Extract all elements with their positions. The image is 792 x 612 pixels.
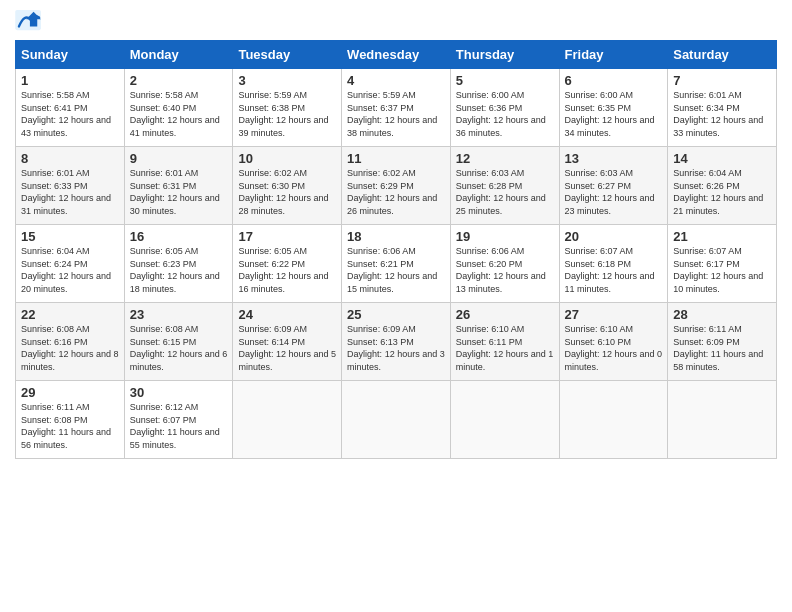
table-row: 6Sunrise: 6:00 AMSunset: 6:35 PMDaylight… [559,69,668,147]
table-row: 7Sunrise: 6:01 AMSunset: 6:34 PMDaylight… [668,69,777,147]
table-row: 26Sunrise: 6:10 AMSunset: 6:11 PMDayligh… [450,303,559,381]
table-row: 10Sunrise: 6:02 AMSunset: 6:30 PMDayligh… [233,147,342,225]
day-number: 28 [673,307,771,322]
col-sunday: Sunday [16,41,125,69]
day-info: Sunrise: 6:11 AMSunset: 6:09 PMDaylight:… [673,323,771,373]
day-number: 1 [21,73,119,88]
day-info: Sunrise: 5:59 AMSunset: 6:37 PMDaylight:… [347,89,445,139]
table-row: 12Sunrise: 6:03 AMSunset: 6:28 PMDayligh… [450,147,559,225]
table-row: 16Sunrise: 6:05 AMSunset: 6:23 PMDayligh… [124,225,233,303]
table-row: 27Sunrise: 6:10 AMSunset: 6:10 PMDayligh… [559,303,668,381]
day-number: 12 [456,151,554,166]
day-number: 17 [238,229,336,244]
calendar-table: Sunday Monday Tuesday Wednesday Thursday… [15,40,777,459]
table-row: 25Sunrise: 6:09 AMSunset: 6:13 PMDayligh… [342,303,451,381]
day-info: Sunrise: 6:10 AMSunset: 6:11 PMDaylight:… [456,323,554,373]
day-number: 19 [456,229,554,244]
table-row: 23Sunrise: 6:08 AMSunset: 6:15 PMDayligh… [124,303,233,381]
table-row: 19Sunrise: 6:06 AMSunset: 6:20 PMDayligh… [450,225,559,303]
table-row: 20Sunrise: 6:07 AMSunset: 6:18 PMDayligh… [559,225,668,303]
day-number: 18 [347,229,445,244]
table-row: 13Sunrise: 6:03 AMSunset: 6:27 PMDayligh… [559,147,668,225]
day-number: 16 [130,229,228,244]
logo-icon [15,10,43,32]
table-row: 22Sunrise: 6:08 AMSunset: 6:16 PMDayligh… [16,303,125,381]
day-number: 30 [130,385,228,400]
table-row: 1Sunrise: 5:58 AMSunset: 6:41 PMDaylight… [16,69,125,147]
day-info: Sunrise: 5:58 AMSunset: 6:40 PMDaylight:… [130,89,228,139]
day-info: Sunrise: 6:08 AMSunset: 6:15 PMDaylight:… [130,323,228,373]
day-info: Sunrise: 6:00 AMSunset: 6:36 PMDaylight:… [456,89,554,139]
page-container: Sunday Monday Tuesday Wednesday Thursday… [0,0,792,469]
day-info: Sunrise: 6:12 AMSunset: 6:07 PMDaylight:… [130,401,228,451]
day-info: Sunrise: 6:01 AMSunset: 6:33 PMDaylight:… [21,167,119,217]
calendar-week-row: 15Sunrise: 6:04 AMSunset: 6:24 PMDayligh… [16,225,777,303]
day-info: Sunrise: 6:10 AMSunset: 6:10 PMDaylight:… [565,323,663,373]
day-info: Sunrise: 6:06 AMSunset: 6:20 PMDaylight:… [456,245,554,295]
col-friday: Friday [559,41,668,69]
table-row [450,381,559,459]
day-info: Sunrise: 6:03 AMSunset: 6:27 PMDaylight:… [565,167,663,217]
table-row [233,381,342,459]
day-info: Sunrise: 6:02 AMSunset: 6:29 PMDaylight:… [347,167,445,217]
day-number: 6 [565,73,663,88]
col-wednesday: Wednesday [342,41,451,69]
day-number: 2 [130,73,228,88]
table-row: 9Sunrise: 6:01 AMSunset: 6:31 PMDaylight… [124,147,233,225]
day-info: Sunrise: 6:00 AMSunset: 6:35 PMDaylight:… [565,89,663,139]
day-number: 3 [238,73,336,88]
logo [15,10,45,32]
day-number: 14 [673,151,771,166]
day-number: 21 [673,229,771,244]
col-tuesday: Tuesday [233,41,342,69]
day-number: 20 [565,229,663,244]
day-info: Sunrise: 6:07 AMSunset: 6:17 PMDaylight:… [673,245,771,295]
table-row: 3Sunrise: 5:59 AMSunset: 6:38 PMDaylight… [233,69,342,147]
table-row: 21Sunrise: 6:07 AMSunset: 6:17 PMDayligh… [668,225,777,303]
table-row: 24Sunrise: 6:09 AMSunset: 6:14 PMDayligh… [233,303,342,381]
day-number: 29 [21,385,119,400]
day-info: Sunrise: 6:01 AMSunset: 6:34 PMDaylight:… [673,89,771,139]
table-row: 29Sunrise: 6:11 AMSunset: 6:08 PMDayligh… [16,381,125,459]
table-row [342,381,451,459]
day-info: Sunrise: 6:09 AMSunset: 6:13 PMDaylight:… [347,323,445,373]
day-info: Sunrise: 6:01 AMSunset: 6:31 PMDaylight:… [130,167,228,217]
day-info: Sunrise: 6:04 AMSunset: 6:26 PMDaylight:… [673,167,771,217]
col-monday: Monday [124,41,233,69]
day-info: Sunrise: 6:07 AMSunset: 6:18 PMDaylight:… [565,245,663,295]
day-info: Sunrise: 5:58 AMSunset: 6:41 PMDaylight:… [21,89,119,139]
day-number: 7 [673,73,771,88]
day-number: 5 [456,73,554,88]
table-row: 28Sunrise: 6:11 AMSunset: 6:09 PMDayligh… [668,303,777,381]
table-row: 4Sunrise: 5:59 AMSunset: 6:37 PMDaylight… [342,69,451,147]
day-number: 22 [21,307,119,322]
calendar-week-row: 29Sunrise: 6:11 AMSunset: 6:08 PMDayligh… [16,381,777,459]
day-info: Sunrise: 6:11 AMSunset: 6:08 PMDaylight:… [21,401,119,451]
table-row: 2Sunrise: 5:58 AMSunset: 6:40 PMDaylight… [124,69,233,147]
table-row: 8Sunrise: 6:01 AMSunset: 6:33 PMDaylight… [16,147,125,225]
day-info: Sunrise: 6:06 AMSunset: 6:21 PMDaylight:… [347,245,445,295]
table-row: 11Sunrise: 6:02 AMSunset: 6:29 PMDayligh… [342,147,451,225]
table-row: 5Sunrise: 6:00 AMSunset: 6:36 PMDaylight… [450,69,559,147]
day-number: 15 [21,229,119,244]
day-number: 24 [238,307,336,322]
day-info: Sunrise: 6:04 AMSunset: 6:24 PMDaylight:… [21,245,119,295]
day-info: Sunrise: 6:02 AMSunset: 6:30 PMDaylight:… [238,167,336,217]
table-row [559,381,668,459]
day-info: Sunrise: 6:05 AMSunset: 6:22 PMDaylight:… [238,245,336,295]
table-row: 14Sunrise: 6:04 AMSunset: 6:26 PMDayligh… [668,147,777,225]
calendar-header-row: Sunday Monday Tuesday Wednesday Thursday… [16,41,777,69]
day-number: 25 [347,307,445,322]
col-saturday: Saturday [668,41,777,69]
day-info: Sunrise: 5:59 AMSunset: 6:38 PMDaylight:… [238,89,336,139]
day-number: 27 [565,307,663,322]
day-info: Sunrise: 6:09 AMSunset: 6:14 PMDaylight:… [238,323,336,373]
col-thursday: Thursday [450,41,559,69]
day-number: 13 [565,151,663,166]
calendar-week-row: 8Sunrise: 6:01 AMSunset: 6:33 PMDaylight… [16,147,777,225]
day-number: 23 [130,307,228,322]
table-row [668,381,777,459]
calendar-week-row: 22Sunrise: 6:08 AMSunset: 6:16 PMDayligh… [16,303,777,381]
day-number: 11 [347,151,445,166]
day-number: 26 [456,307,554,322]
